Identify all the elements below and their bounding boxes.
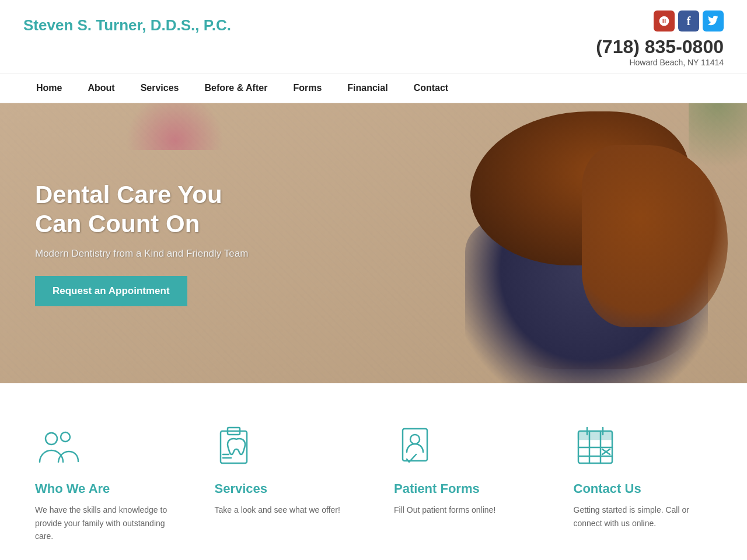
address: Howard Beach, NY 11414 xyxy=(629,58,724,67)
card-contact-us-desc: Getting started is simple. Call or conne… xyxy=(574,503,713,530)
people-icon xyxy=(35,424,82,471)
nav-about[interactable]: About xyxy=(75,74,127,103)
yelp-icon[interactable] xyxy=(654,10,675,32)
main-nav: Home About Services Before & After Forms… xyxy=(0,73,747,103)
site-logo[interactable]: Steven S. Turner, D.D.S., P.C. xyxy=(23,16,231,34)
card-patient-forms-desc: Fill Out patient forms online! xyxy=(394,503,495,516)
card-services-desc: Take a look and see what we offer! xyxy=(215,503,340,516)
card-who-we-are-desc: We have the skills and knowledge to prov… xyxy=(35,503,174,542)
calendar-grid-icon xyxy=(574,424,620,471)
card-who-we-are-title[interactable]: Who We Are xyxy=(35,481,110,496)
cards-grid: Who We Are We have the skills and knowle… xyxy=(23,418,724,555)
hero-flowers-decoration xyxy=(117,103,233,150)
hero-subtitle: Modern Dentistry from a Kind and Friendl… xyxy=(35,248,268,260)
hero-content: Dental Care You Can Count On Modern Dent… xyxy=(0,180,303,307)
form-person-icon xyxy=(394,424,441,471)
svg-rect-9 xyxy=(578,431,612,439)
header-right: f (718) 835-0800 Howard Beach, NY 11414 xyxy=(596,10,724,67)
hero-section: Dental Care You Can Count On Modern Dent… xyxy=(0,103,747,383)
hero-title: Dental Care You Can Count On xyxy=(35,180,268,239)
nav-contact[interactable]: Contact xyxy=(401,74,462,103)
card-services: Services Take a look and see what we off… xyxy=(203,418,365,555)
card-who-we-are: Who We Are We have the skills and knowle… xyxy=(23,418,186,555)
facebook-icon[interactable]: f xyxy=(678,10,699,32)
card-patient-forms: Patient Forms Fill Out patient forms onl… xyxy=(382,418,544,555)
card-contact-us-title[interactable]: Contact Us xyxy=(574,481,641,496)
card-patient-forms-title[interactable]: Patient Forms xyxy=(394,481,480,496)
hero-cta-button[interactable]: Request an Appointment xyxy=(35,276,187,306)
nav-forms[interactable]: Forms xyxy=(280,74,334,103)
svg-point-0 xyxy=(46,433,57,444)
twitter-icon[interactable] xyxy=(703,10,724,32)
nav-home[interactable]: Home xyxy=(23,74,75,103)
svg-point-1 xyxy=(61,432,70,442)
hero-image xyxy=(261,103,747,383)
card-services-title[interactable]: Services xyxy=(215,481,268,496)
social-icons: f xyxy=(654,10,724,32)
site-header: Steven S. Turner, D.D.S., P.C. f (718) 8… xyxy=(0,0,747,73)
phone-number[interactable]: (718) 835-0800 xyxy=(596,36,724,58)
nav-financial[interactable]: Financial xyxy=(334,74,400,103)
cards-section: Who We Are We have the skills and knowle… xyxy=(0,383,747,560)
tooth-clipboard-icon xyxy=(215,424,261,471)
svg-point-7 xyxy=(410,435,420,444)
card-contact-us: Contact Us Getting started is simple. Ca… xyxy=(562,418,724,555)
nav-before-after[interactable]: Before & After xyxy=(192,74,281,103)
nav-services[interactable]: Services xyxy=(128,74,192,103)
